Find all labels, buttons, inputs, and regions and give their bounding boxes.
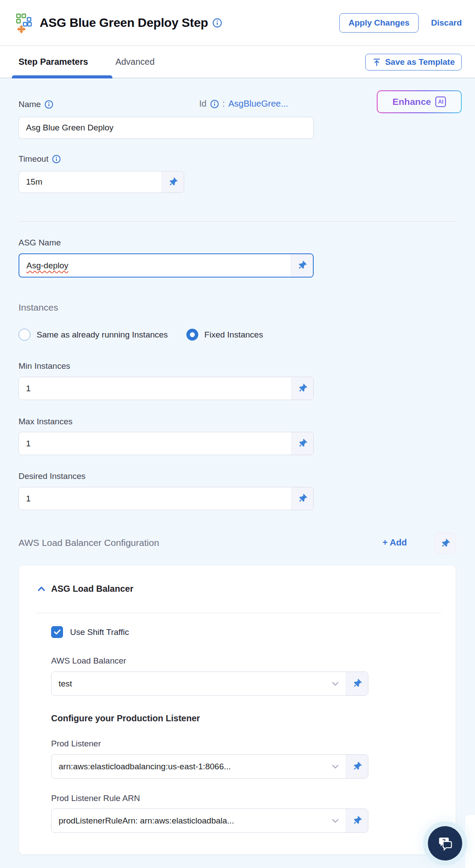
id-separator: : [223, 99, 225, 109]
desired-instances-label: Desired Instances [19, 471, 85, 481]
aws-load-balancer-select[interactable]: test [51, 671, 368, 696]
timeout-info-icon[interactable] [52, 155, 61, 163]
add-load-balancer-button[interactable]: + Add [382, 538, 407, 548]
pin-icon [297, 438, 308, 449]
aws-lb-configuration-heading: AWS Load Balancer Configuration [19, 538, 159, 548]
id-info-icon[interactable] [210, 100, 219, 108]
prod-listener-pin-button[interactable] [346, 755, 368, 778]
save-as-template-button[interactable]: Save as Template [365, 54, 462, 70]
use-shift-traffic-checkbox[interactable] [51, 626, 63, 638]
collapse-chevron-up-icon[interactable] [37, 586, 45, 592]
desired-instances-value: 1 [19, 487, 291, 510]
tab-bar: Step Parameters Advanced Save as Templat… [0, 46, 475, 78]
timeout-label: Timeout [19, 154, 61, 164]
pin-icon [297, 493, 308, 504]
apply-changes-button[interactable]: Apply Changes [339, 13, 419, 33]
prod-listener-value: arn:aws:elasticloadbalancing:us-east-1:8… [52, 755, 332, 778]
timeout-pin-button[interactable] [162, 171, 184, 193]
min-instances-input[interactable]: 1 [19, 377, 314, 400]
name-label: Name [19, 100, 53, 109]
instances-radio-group: Same as already running Instances Fixed … [19, 329, 263, 341]
id-label: Id [199, 99, 207, 109]
page-title: ASG Blue Green Deploy Step [40, 16, 208, 30]
pin-icon [351, 815, 363, 827]
discard-button[interactable]: Discard [431, 18, 462, 28]
asg-name-input[interactable]: Asg-deploy [19, 253, 314, 278]
radio-same-as-running[interactable] [19, 329, 30, 341]
asg-name-pin-button[interactable] [291, 254, 313, 277]
help-chat-button[interactable]: ? [428, 826, 462, 861]
desired-instances-input[interactable]: 1 [19, 487, 314, 510]
max-instances-input[interactable]: 1 [19, 432, 314, 455]
step-id: Id : AsgBlueGree... [199, 99, 288, 109]
aws-load-balancer-label: AWS Load Balancer [51, 656, 126, 666]
radio-fixed-instances-label[interactable]: Fixed Instances [204, 330, 263, 340]
ai-badge: AI [435, 96, 446, 107]
step-parameters-form: Name Id : AsgBlueGree... Enhance AI Asg … [0, 78, 475, 868]
prod-listener-rule-arn-pin-button[interactable] [346, 809, 368, 832]
use-shift-traffic-row: Use Shift Traffic [51, 626, 129, 638]
max-instances-label: Max Instances [19, 417, 73, 427]
prod-listener-rule-arn-value: prodListenerRuleArn: arn:aws:elasticload… [52, 809, 332, 832]
aws-load-balancer-pin-button[interactable] [346, 672, 368, 695]
instances-heading: Instances [19, 302, 58, 313]
prod-listener-rule-arn-label: Prod Listener Rule ARN [51, 794, 140, 803]
name-input[interactable]: Asg Blue Green Deploy [19, 117, 314, 139]
tab-advanced[interactable]: Advanced [115, 57, 155, 67]
title-info-icon[interactable] [212, 18, 222, 28]
timeout-input-value: 15m [19, 171, 162, 193]
id-value[interactable]: AsgBlueGree... [228, 99, 288, 109]
chevron-down-icon[interactable] [332, 672, 346, 695]
min-instances-value: 1 [19, 377, 291, 400]
prod-listener-select[interactable]: arn:aws:elasticloadbalancing:us-east-1:8… [51, 754, 368, 779]
card-divider [36, 613, 441, 613]
lb-config-pin-button[interactable] [434, 532, 456, 554]
max-instances-value: 1 [19, 432, 291, 455]
min-instances-pin-button[interactable] [291, 377, 313, 400]
tab-step-parameters[interactable]: Step Parameters [19, 57, 88, 67]
use-shift-traffic-label[interactable]: Use Shift Traffic [70, 627, 129, 637]
asg-name-label: ASG Name [19, 238, 61, 248]
prod-listener-label: Prod Listener [51, 739, 101, 749]
asg-blue-green-step-icon [15, 12, 33, 33]
active-tab-indicator [12, 75, 112, 78]
radio-fixed-instances[interactable] [186, 329, 198, 341]
header: ASG Blue Green Deploy Step Apply Changes… [0, 0, 475, 46]
max-instances-pin-button[interactable] [291, 432, 313, 455]
pin-icon [351, 678, 363, 690]
aws-load-balancer-value: test [52, 672, 332, 695]
section-divider [19, 221, 456, 222]
timeout-input[interactable]: 15m [19, 171, 184, 193]
pin-icon [297, 382, 308, 394]
configure-production-listener-heading: Configure your Production Listener [51, 713, 200, 723]
chat-help-icon: ? [437, 835, 453, 851]
asg-name-input-value: Asg-deploy [26, 261, 68, 271]
radio-same-as-running-label[interactable]: Same as already running Instances [37, 330, 168, 340]
prod-listener-rule-arn-select[interactable]: prodListenerRuleArn: arn:aws:elasticload… [51, 809, 368, 833]
name-input-value: Asg Blue Green Deploy [19, 117, 313, 138]
min-instances-label: Min Instances [19, 361, 70, 371]
pin-icon [439, 538, 451, 549]
pin-icon [167, 176, 179, 188]
right-edge-panel [465, 815, 475, 868]
card-title[interactable]: ASG Load Balancer [51, 584, 134, 594]
chevron-down-icon[interactable] [332, 755, 346, 778]
desired-instances-pin-button[interactable] [291, 487, 313, 510]
name-info-icon[interactable] [45, 100, 53, 109]
asg-load-balancer-card: ASG Load Balancer Use Shift Traffic AWS … [19, 565, 456, 855]
chevron-down-icon[interactable] [332, 809, 346, 832]
check-icon [54, 629, 61, 635]
step-config-panel: ASG Blue Green Deploy Step Apply Changes… [0, 0, 475, 868]
upload-icon [372, 58, 381, 67]
pin-icon [351, 760, 363, 772]
enhance-ai-button[interactable]: Enhance AI [377, 90, 462, 113]
pin-icon [296, 260, 308, 271]
